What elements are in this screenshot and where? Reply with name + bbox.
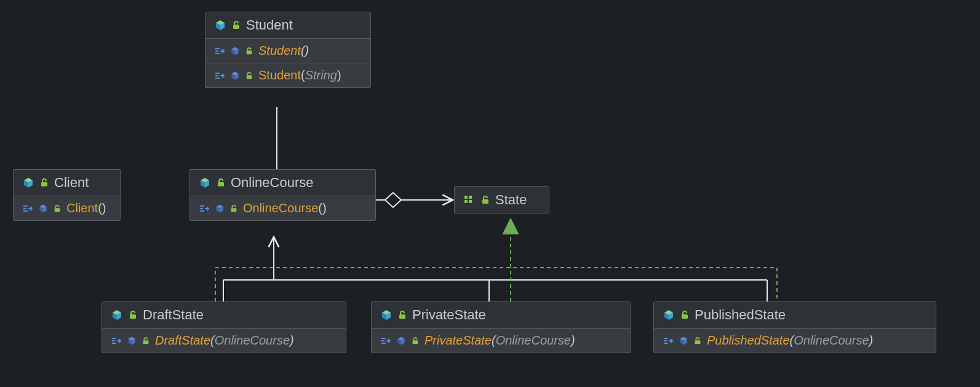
unlock-icon <box>141 337 150 345</box>
param-type: OnlineCourse <box>794 333 869 347</box>
method-name: PublishedState <box>707 333 790 347</box>
edge-states-realize-state <box>215 220 777 301</box>
edge-states-to-onlinecourse <box>223 237 767 301</box>
svg-rect-10 <box>247 50 252 54</box>
method-cube-icon <box>38 204 48 213</box>
unlock-icon <box>245 47 253 55</box>
uml-diagram-canvas[interactable]: Student Student() Student(String) Client… <box>0 0 980 387</box>
svg-rect-11 <box>247 75 252 79</box>
class-node-student[interactable]: Student Student() Student(String) <box>205 12 371 88</box>
svg-rect-9 <box>233 25 239 29</box>
method-name: PrivateState <box>424 333 492 347</box>
svg-rect-26 <box>695 340 701 344</box>
interface-node-state[interactable]: State <box>454 186 549 213</box>
method-arrow-icon <box>214 71 225 80</box>
method-row[interactable]: DraftState(OnlineCourse) <box>102 329 346 353</box>
param-type: String <box>305 68 337 82</box>
unlock-icon <box>480 195 490 205</box>
method-row[interactable]: OnlineCourse() <box>190 196 375 220</box>
method-arrow-icon <box>22 204 33 213</box>
method-cube-icon <box>230 71 240 81</box>
unlock-icon <box>411 337 420 345</box>
unlock-icon <box>693 337 702 345</box>
method-name: DraftState <box>155 333 210 347</box>
unlock-icon <box>680 310 690 320</box>
method-name: Client <box>66 201 98 215</box>
class-title: Student <box>246 17 293 33</box>
class-header: Student <box>205 12 370 39</box>
class-node-privatestate[interactable]: PrivateState PrivateState(OnlineCourse) <box>371 301 631 353</box>
svg-rect-21 <box>130 314 136 319</box>
method-name: OnlineCourse <box>243 201 318 215</box>
class-title: Client <box>54 175 89 191</box>
method-name: Student <box>258 44 301 57</box>
class-header: Client <box>14 170 120 196</box>
svg-rect-19 <box>469 200 472 203</box>
svg-rect-22 <box>143 340 149 344</box>
svg-rect-16 <box>464 196 468 199</box>
svg-rect-18 <box>464 200 468 203</box>
class-node-publishedstate[interactable]: PublishedState PublishedState(OnlineCour… <box>653 301 936 353</box>
svg-rect-23 <box>399 314 405 319</box>
svg-rect-20 <box>482 199 488 204</box>
method-name: Student <box>258 68 301 82</box>
unlock-icon <box>229 204 238 213</box>
unlock-icon <box>216 178 226 188</box>
class-icon <box>214 19 226 31</box>
class-node-draftstate[interactable]: DraftState DraftState(OnlineCourse) <box>102 301 346 353</box>
method-row[interactable]: Student() <box>205 39 370 63</box>
class-icon <box>22 177 34 189</box>
method-row[interactable]: Client() <box>14 196 120 220</box>
unlock-icon <box>53 204 62 213</box>
interface-icon <box>463 194 476 205</box>
method-row[interactable]: Student(String) <box>205 63 370 87</box>
class-icon <box>663 309 675 321</box>
unlock-icon <box>128 310 138 320</box>
method-row[interactable]: PublishedState(OnlineCourse) <box>654 329 936 353</box>
method-arrow-icon <box>111 337 122 345</box>
class-title: DraftState <box>143 307 204 323</box>
class-icon <box>380 309 392 321</box>
class-icon <box>199 177 211 189</box>
svg-rect-25 <box>682 314 688 319</box>
param-type: OnlineCourse <box>496 333 571 347</box>
method-row[interactable]: PrivateState(OnlineCourse) <box>372 329 630 353</box>
class-header: PublishedState <box>654 302 936 329</box>
class-title: State <box>495 192 527 208</box>
method-arrow-icon <box>199 204 210 213</box>
class-title: OnlineCourse <box>231 175 314 191</box>
svg-rect-13 <box>55 208 60 212</box>
class-icon <box>111 309 123 321</box>
class-node-client[interactable]: Client Client() <box>13 169 121 221</box>
unlock-icon <box>39 178 49 188</box>
svg-rect-12 <box>41 182 47 186</box>
class-node-onlinecourse[interactable]: OnlineCourse OnlineCourse() <box>189 169 376 221</box>
svg-rect-24 <box>413 340 418 344</box>
method-cube-icon <box>396 336 406 346</box>
svg-rect-17 <box>469 196 472 199</box>
class-header: DraftState <box>102 302 346 329</box>
method-arrow-icon <box>663 337 674 345</box>
method-cube-icon <box>230 46 240 56</box>
method-arrow-icon <box>214 47 225 55</box>
class-header: State <box>455 187 549 213</box>
param-type: OnlineCourse <box>215 333 290 347</box>
class-title: PrivateState <box>412 307 486 323</box>
method-cube-icon <box>127 336 137 346</box>
svg-rect-14 <box>218 182 224 186</box>
method-arrow-icon <box>380 337 391 345</box>
unlock-icon <box>397 310 407 320</box>
svg-rect-15 <box>231 208 237 212</box>
method-cube-icon <box>215 204 225 213</box>
unlock-icon <box>231 20 241 30</box>
class-title: PublishedState <box>695 307 786 323</box>
class-header: OnlineCourse <box>190 170 375 196</box>
edge-onlinecourse-state <box>376 193 453 207</box>
class-header: PrivateState <box>372 302 630 329</box>
unlock-icon <box>245 71 253 80</box>
method-cube-icon <box>679 336 688 346</box>
